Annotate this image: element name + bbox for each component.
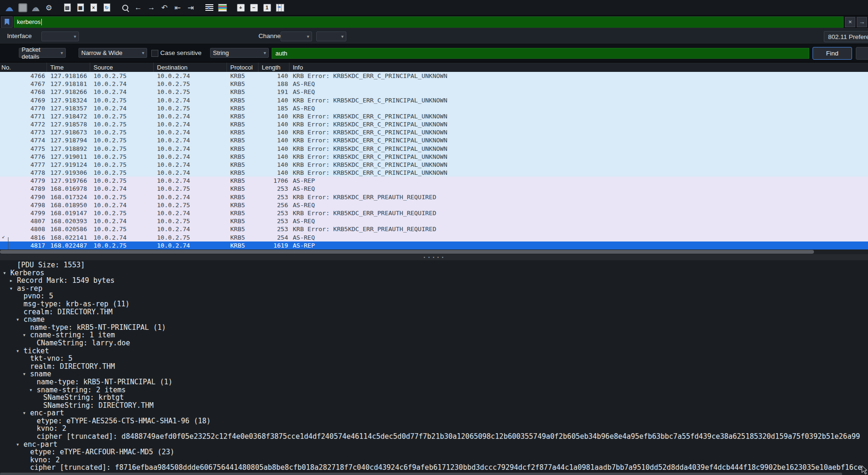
details-hscrollbar[interactable] xyxy=(0,472,868,475)
scrollbar-thumb[interactable] xyxy=(0,473,842,475)
stop-capture-button[interactable] xyxy=(16,1,29,14)
go-back-button[interactable]: ← xyxy=(132,1,144,14)
resize-columns-button[interactable]: ◂▸ xyxy=(274,1,286,14)
detail-line[interactable]: kvno: 2 xyxy=(0,456,868,464)
packet-row[interactable]: 4808168.02058610.0.2.7510.0.2.74KRB5253K… xyxy=(0,225,868,233)
packet-row[interactable]: 4789168.01697810.0.2.7410.0.2.75KRB5253A… xyxy=(0,185,868,193)
collapse-arrow-icon[interactable]: ▾ xyxy=(16,347,23,355)
capture-options-button[interactable]: ⚙ xyxy=(43,1,55,14)
packet-row[interactable]: 4771127.91847210.0.2.7510.0.2.74KRB5140K… xyxy=(0,112,868,120)
interface-dropdown[interactable]: ▾ xyxy=(41,31,79,41)
close-file-button[interactable]: × xyxy=(87,1,100,14)
collapse-arrow-icon[interactable]: ▾ xyxy=(23,370,30,378)
detail-line[interactable]: [PDU Size: 1553] xyxy=(0,261,868,269)
detail-line[interactable]: ▾as-rep xyxy=(0,285,868,293)
column-header-time[interactable]: Time xyxy=(47,62,90,72)
packet-row[interactable]: 4768127.91826610.0.2.7410.0.2.75KRB5191A… xyxy=(0,88,868,96)
display-filter-input[interactable]: kerberos xyxy=(14,16,844,28)
find-button[interactable]: Find xyxy=(813,47,852,60)
detail-line[interactable]: ▸Record Mark: 1549 bytes xyxy=(0,277,868,285)
detail-line[interactable]: kvno: 2 xyxy=(0,425,868,433)
collapse-arrow-icon[interactable]: ▾ xyxy=(9,285,17,293)
auto-scroll-button[interactable] xyxy=(203,1,215,14)
packet-row[interactable]: 4777127.91912410.0.2.7510.0.2.74KRB5140K… xyxy=(0,161,868,169)
packet-list-hscrollbar[interactable] xyxy=(0,249,868,254)
cancel-button[interactable]: Cancel xyxy=(856,47,868,60)
case-sensitive-checkbox[interactable] xyxy=(151,50,158,57)
detail-line[interactable]: etype: eTYPE-AES256-CTS-HMAC-SHA1-96 (18… xyxy=(0,417,868,425)
scrollbar-thumb[interactable] xyxy=(0,250,814,254)
channel-offset-dropdown[interactable]: ▾ xyxy=(316,31,346,41)
detail-line[interactable]: ▾enc-part xyxy=(0,409,868,417)
filter-apply-button[interactable]: → xyxy=(857,17,867,27)
char-encoding-dropdown[interactable]: Narrow & Wide ▾ xyxy=(78,48,147,58)
collapse-arrow-icon[interactable]: ▾ xyxy=(29,386,37,394)
packet-row[interactable]: 4778127.91930610.0.2.7510.0.2.74KRB5140K… xyxy=(0,169,868,177)
normal-size-button[interactable]: 1 xyxy=(261,1,273,14)
column-header-destination[interactable]: Destination xyxy=(154,62,227,72)
detail-line[interactable]: ▾enc-part xyxy=(0,441,868,449)
collapse-arrow-icon[interactable]: ▾ xyxy=(23,409,30,417)
colorize-button[interactable] xyxy=(216,1,228,14)
packet-row[interactable]: 4773127.91867310.0.2.7510.0.2.74KRB5140K… xyxy=(0,128,868,136)
save-file-button[interactable]: ▦ xyxy=(74,1,86,14)
start-capture-button[interactable] xyxy=(3,1,16,14)
collapse-arrow-icon[interactable]: ▾ xyxy=(16,316,23,324)
detail-line[interactable]: name-type: kRB5-NT-PRINCIPAL (1) xyxy=(0,378,868,386)
reload-file-button[interactable]: ↻ xyxy=(101,1,113,14)
detail-line[interactable]: ▾sname xyxy=(0,370,868,378)
restart-capture-button[interactable]: ↺ xyxy=(30,1,42,14)
detail-line[interactable]: ▾Kerberos xyxy=(0,269,868,277)
packet-row[interactable]: 4790168.01732410.0.2.7510.0.2.74KRB5253K… xyxy=(0,193,868,201)
packet-row[interactable]: 4807168.02039310.0.2.7410.0.2.75KRB5253A… xyxy=(0,217,868,225)
zoom-in-button[interactable]: + xyxy=(235,1,247,14)
detail-line[interactable]: crealm: DIRECTORY.THM xyxy=(0,308,868,316)
detail-line[interactable]: ▾ticket xyxy=(0,347,868,355)
detail-line[interactable]: ▾sname-string: 2 items xyxy=(0,386,868,394)
packet-row[interactable]: 4770127.91835710.0.2.7410.0.2.75KRB5185A… xyxy=(0,104,868,112)
column-header-info[interactable]: Info xyxy=(289,62,868,72)
collapse-arrow-icon[interactable]: ▾ xyxy=(23,331,30,339)
packet-row[interactable]: 4774127.91879410.0.2.7510.0.2.74KRB5140K… xyxy=(0,136,868,144)
detail-line[interactable]: name-type: kRB5-NT-PRINCIPAL (1) xyxy=(0,324,868,332)
detail-line[interactable]: ▾cname-string: 1 item xyxy=(0,331,868,339)
search-type-dropdown[interactable]: String ▾ xyxy=(210,48,269,58)
zoom-out-button[interactable]: − xyxy=(248,1,260,14)
packet-row[interactable]: 4767127.91818110.0.2.7410.0.2.75KRB5188A… xyxy=(0,80,868,88)
collapse-arrow-icon[interactable]: ▾ xyxy=(16,441,23,449)
open-file-button[interactable]: ▤ xyxy=(61,1,73,14)
column-header-length[interactable]: Length xyxy=(258,62,289,72)
packet-row[interactable]: 4776127.91901110.0.2.7510.0.2.74KRB5140K… xyxy=(0,153,868,161)
detail-line[interactable]: ▾cname xyxy=(0,316,868,324)
search-in-dropdown[interactable]: Packet details ▾ xyxy=(19,48,66,58)
detail-line[interactable]: SNameString: krbtgt xyxy=(0,394,868,402)
packet-row-selected[interactable]: 4817168.02248710.0.2.7510.0.2.74KRB51619… xyxy=(0,241,868,249)
packet-row[interactable]: 4799168.01914710.0.2.7510.0.2.74KRB5253K… xyxy=(0,209,868,217)
detail-line[interactable]: pvno: 5 xyxy=(0,292,868,300)
column-header-source[interactable]: Source xyxy=(90,62,154,72)
packet-row[interactable]: 4772127.91857810.0.2.7510.0.2.74KRB5140K… xyxy=(0,120,868,128)
column-header-protocol[interactable]: Protocol xyxy=(227,62,258,72)
column-header-no[interactable]: No. xyxy=(0,62,47,72)
expand-arrow-icon[interactable]: ▸ xyxy=(9,277,17,285)
first-packet-button[interactable]: ⇤ xyxy=(172,1,184,14)
packet-row[interactable]: 4775127.91889210.0.2.7510.0.2.74KRB5140K… xyxy=(0,145,868,153)
filter-clear-button[interactable]: × xyxy=(845,17,855,27)
detail-line[interactable]: etype: eTYPE-ARCFOUR-HMAC-MD5 (23) xyxy=(0,448,868,456)
packet-row[interactable]: 4816168.02214110.0.2.7410.0.2.75KRB5254A… xyxy=(0,233,868,241)
detail-line[interactable]: CNameString: larry.doe xyxy=(0,339,868,347)
detail-line[interactable]: msg-type: krb-as-rep (11) xyxy=(0,300,868,308)
packet-row[interactable]: 4779127.91976610.0.2.7510.0.2.74KRB51706… xyxy=(0,177,868,185)
go-forward-button[interactable]: → xyxy=(145,1,157,14)
pane-splitter[interactable]: • • • • • xyxy=(0,254,868,260)
go-to-packet-button[interactable]: ↶ xyxy=(158,1,171,14)
collapse-arrow-icon[interactable]: ▾ xyxy=(3,269,10,277)
packet-row[interactable]: 4766127.91816610.0.2.7510.0.2.74KRB5140K… xyxy=(0,72,868,80)
detail-line[interactable]: realm: DIRECTORY.THM xyxy=(0,363,868,371)
channel-dropdown[interactable]: ▾ xyxy=(281,31,312,41)
find-packet-button[interactable] xyxy=(119,1,131,14)
wifi-preferences-button[interactable]: 802.11 Preferences xyxy=(824,31,868,42)
find-query-input[interactable]: auth xyxy=(272,48,809,59)
filter-bookmark-button[interactable] xyxy=(1,16,13,28)
packet-row[interactable]: 4798168.01895010.0.2.7410.0.2.75KRB5256A… xyxy=(0,201,868,209)
